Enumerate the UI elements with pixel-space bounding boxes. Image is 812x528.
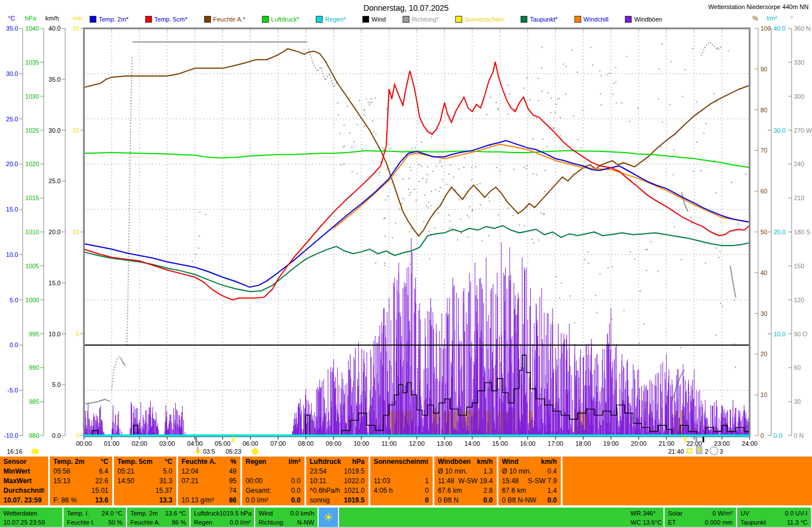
table-row: 12:0449	[181, 467, 236, 476]
table-row: sonnig1019.5	[310, 496, 365, 505]
axis-lm: 0.010.020.030.040.0l/m²	[767, 15, 785, 439]
table-row: Sonnenscheinmin	[374, 457, 429, 467]
table-row: Regenl/m²	[246, 457, 301, 467]
svg-text:-5.0: -5.0	[7, 387, 18, 394]
legend-item-3: Luftdruck*	[262, 16, 299, 23]
status-filler	[339, 508, 627, 527]
axis-%: 0102030405060708090100%	[752, 15, 771, 439]
legend-label: Feuchte A.*	[213, 16, 246, 23]
svg-text:18:00: 18:00	[576, 440, 591, 447]
legend-label: Wind	[371, 16, 386, 23]
legend-label: Windböen	[634, 16, 662, 23]
axis-min: 05101520min	[73, 15, 84, 439]
table-row: 11:031	[374, 476, 429, 486]
svg-text:03:00: 03:00	[159, 440, 175, 447]
table-row: 74	[181, 486, 236, 496]
svg-text:990: 990	[29, 364, 39, 371]
status-block: Temp. I.24.0 °CFeuchte I.50 %	[64, 508, 127, 527]
legend-label: Luftdruck*	[271, 16, 299, 23]
svg-text:1015: 1015	[26, 195, 39, 201]
svg-text:0 N: 0 N	[794, 432, 803, 439]
svg-text:°C: °C	[8, 15, 15, 22]
svg-text:150: 150	[794, 263, 804, 269]
svg-text:995: 995	[29, 331, 39, 337]
svg-text:21:00: 21:00	[658, 440, 674, 447]
svg-text:10.0: 10.0	[49, 331, 61, 337]
table-column: Windböenkm/hØ 10 min.1.311:48W-SW 19.467…	[434, 457, 498, 505]
station-label: Wetterstation Niedersorpe 440m NN	[708, 3, 809, 10]
plot-frame	[84, 28, 750, 436]
svg-text:24:00: 24:00	[742, 440, 758, 447]
svg-text:15:00: 15:00	[492, 440, 508, 447]
svg-text:17:00: 17:00	[548, 440, 564, 447]
series-temp-2m	[84, 141, 750, 287]
svg-text:21:40: 21:40	[668, 448, 684, 455]
legend-label: Temp. 5cm*	[154, 16, 187, 23]
svg-text:980: 980	[29, 432, 39, 439]
svg-text:40.0: 40.0	[773, 25, 785, 32]
table-row: Windböenkm/h	[438, 457, 493, 467]
table-row: 07:2195	[181, 476, 236, 486]
table-row: Ø 10 min.1.3	[438, 467, 493, 476]
legend-item-8: Taupunkt*	[521, 16, 557, 23]
status-bar: Wetterdaten10.07.25 23:59Temp. I.24.0 °C…	[0, 506, 812, 527]
series-taupunkt	[84, 226, 750, 292]
svg-text:0.0: 0.0	[10, 341, 18, 348]
svg-text:04:00: 04:00	[187, 440, 203, 447]
svg-text:1030: 1030	[26, 93, 39, 100]
table-row: 05:586.4	[53, 467, 108, 476]
axis-°: 0 N306090 O120150180 S210240270 W3003303…	[788, 15, 812, 439]
table-row	[374, 467, 429, 476]
legend-item-10: Windböen	[625, 16, 662, 23]
table-filler	[563, 457, 812, 505]
table-row: 0 Bft N0.0	[438, 496, 493, 505]
svg-text:15.0: 15.0	[6, 206, 18, 213]
table-row: Temp. 2m°C	[53, 457, 108, 467]
svg-text:90 O: 90 O	[794, 331, 807, 337]
table-column: LuftdruckhPa23:541019.510:111022.0^0.6hP…	[306, 457, 370, 505]
svg-text:210: 210	[794, 195, 804, 201]
svg-text:12:00: 12:00	[409, 440, 425, 447]
legend-swatch-icon	[145, 16, 152, 23]
table-row: LuftdruckhPa	[310, 457, 365, 467]
table-row: Temp. 5cm°C	[117, 457, 172, 467]
legend-swatch-icon	[362, 16, 369, 23]
svg-text:35.0: 35.0	[6, 25, 18, 32]
table-row: 05:215.0	[117, 467, 172, 476]
legend-swatch-icon	[574, 16, 581, 23]
svg-text:14:00: 14:00	[464, 440, 480, 447]
svg-text:0: 0	[760, 432, 764, 439]
svg-text:15.0: 15.0	[49, 280, 61, 286]
svg-text:km/h: km/h	[45, 15, 59, 22]
svg-text:60: 60	[760, 188, 767, 195]
table-row: 67.6 km1.4	[502, 486, 557, 496]
table-column: Temp. 5cm°C05:215.014:5031.315.3713.3	[114, 457, 178, 505]
table-row: F: 86 %13.6	[53, 496, 108, 505]
svg-text:30.0: 30.0	[773, 127, 785, 134]
table-row: 0	[374, 496, 429, 505]
svg-text:5: 5	[76, 331, 79, 337]
svg-text:1020: 1020	[26, 160, 39, 167]
svg-text:20:00: 20:00	[631, 440, 647, 447]
legend-swatch-icon	[521, 16, 527, 23]
table-row: 4:05 h0	[374, 486, 429, 496]
status-block: UV0.0 UV-ITaupunkt11.3 °C	[737, 508, 812, 527]
table-row: Ø 10 min.0.4	[502, 467, 557, 476]
svg-text:40: 40	[760, 269, 767, 276]
weather-app-window: 00:0001:0002:0003:0004:0005:0006:0007:00…	[0, 0, 812, 528]
legend-swatch-icon	[455, 16, 462, 23]
svg-text:19:00: 19:00	[603, 440, 619, 447]
status-block: Wind0.0 km/hRichtungN-NW	[255, 508, 319, 527]
legend-label: Taupunkt*	[530, 16, 557, 23]
axis-kmh: 0.05.010.015.020.025.030.035.040.0km/h	[45, 15, 65, 439]
svg-text:1035: 1035	[26, 59, 39, 66]
svg-text:985: 985	[29, 398, 39, 405]
svg-text:l/m²: l/m²	[767, 15, 777, 22]
legend-item-2: Feuchte A.*	[204, 16, 246, 23]
svg-text:20.0: 20.0	[49, 229, 61, 235]
svg-text:20: 20	[760, 350, 767, 357]
svg-text:10.0: 10.0	[6, 251, 18, 258]
svg-text:0.0: 0.0	[773, 432, 782, 439]
legend-label: Windchill	[583, 16, 608, 23]
table-row: 10.13 g/m³86	[181, 496, 236, 505]
